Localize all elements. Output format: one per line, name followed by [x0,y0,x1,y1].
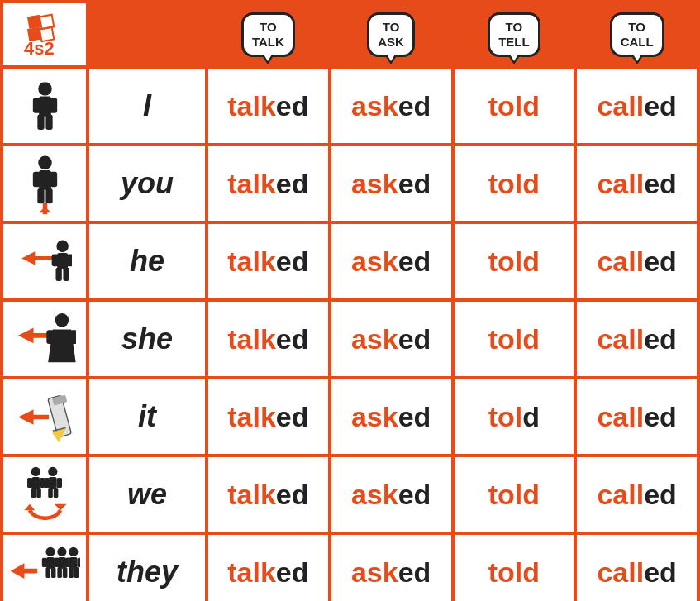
svg-rect-69 [69,567,74,578]
svg-rect-18 [42,203,47,214]
verb-she-call: called [577,302,697,376]
svg-rect-10 [45,114,52,129]
to-tell-label: TOTELL [498,20,530,49]
header-empty [89,3,205,65]
verb-i-tell: told [455,69,574,143]
svg-point-44 [48,467,57,476]
svg-point-38 [31,467,40,476]
verb-i-call: called [577,69,697,143]
icon-you [3,146,86,221]
svg-rect-68 [77,557,80,566]
pronoun-i: I [89,69,205,143]
svg-rect-32 [69,330,76,344]
verb-you-talk: talked [208,146,328,221]
svg-rect-16 [45,188,52,203]
icon-she [3,302,86,376]
svg-rect-21 [57,252,68,269]
pronoun-she: she [89,302,205,376]
svg-rect-42 [31,488,36,498]
svg-rect-66 [69,556,77,568]
to-tell-bubble: TOTELL [488,12,540,57]
pronoun-they: they [89,535,205,601]
svg-point-59 [57,546,66,556]
svg-rect-13 [32,171,40,186]
svg-rect-24 [55,267,61,280]
verb-i-ask: asked [331,69,451,143]
logo-cell: 4s2 [3,3,86,65]
to-call-label: TOCALL [621,20,654,49]
verb-he-ask: asked [331,224,451,298]
svg-marker-50 [54,504,66,510]
svg-point-65 [69,546,78,556]
svg-rect-49 [53,488,58,498]
svg-rect-31 [46,330,54,344]
to-call-bubble: TOCALL [610,12,664,57]
svg-rect-9 [37,114,44,129]
verb-he-tell: told [455,224,574,298]
pronoun-it: it [89,379,205,454]
svg-rect-67 [64,557,70,566]
svg-marker-26 [18,327,49,343]
verb-she-ask: asked [331,302,451,376]
svg-rect-61 [53,557,59,566]
verb-she-talk: talked [208,302,328,376]
verb-you-call: called [577,146,697,221]
svg-point-5 [38,82,52,96]
svg-rect-8 [50,98,57,112]
verb-it-call: called [577,379,697,454]
icon-he [3,224,86,298]
verb-we-ask: asked [331,457,451,532]
svg-rect-36 [51,394,67,405]
verb-it-tell: told [455,379,574,454]
svg-rect-41 [39,478,45,488]
svg-rect-7 [32,98,40,112]
verb-they-call: called [577,535,697,601]
header-to-tell: TOTELL [455,3,574,65]
svg-point-27 [55,312,69,327]
to-ask-label: TOASK [378,20,404,49]
svg-rect-46 [44,478,50,488]
header-to-ask: TOASK [331,3,451,65]
to-ask-bubble: TOASK [367,12,415,57]
svg-marker-52 [10,563,37,579]
header-to-call: TOCALL [577,3,697,65]
to-talk-bubble: TO TALK [241,12,295,57]
icon-they [3,535,86,601]
icon-we [3,457,86,532]
pronoun-you: you [89,146,205,221]
svg-rect-63 [57,567,62,578]
svg-rect-25 [63,267,69,280]
pronoun-we: we [89,457,205,532]
svg-rect-48 [48,488,53,498]
to-talk-label: TO TALK [252,20,284,49]
header-to-talk: TO TALK [208,3,328,65]
verb-you-ask: asked [331,146,451,221]
svg-rect-58 [50,567,55,578]
svg-rect-23 [66,254,72,266]
svg-rect-55 [41,557,47,566]
pronoun-he: he [89,224,205,298]
verb-she-tell: told [455,302,574,376]
verb-you-tell: told [455,146,574,221]
verb-they-tell: told [455,535,574,601]
svg-marker-33 [18,409,49,425]
svg-marker-19 [21,251,55,265]
svg-point-53 [45,546,55,556]
svg-rect-54 [46,556,54,568]
icon-i [3,69,86,143]
svg-point-11 [38,155,52,169]
verb-we-call: called [577,457,697,532]
svg-rect-45 [49,477,56,489]
svg-rect-60 [58,556,65,568]
svg-rect-43 [36,488,41,498]
svg-rect-22 [51,254,58,266]
svg-rect-40 [27,478,33,488]
icon-it [3,379,86,454]
verb-we-tell: told [455,457,574,532]
svg-rect-57 [45,567,50,578]
svg-rect-12 [39,170,51,190]
verb-we-talk: talked [208,457,328,532]
svg-rect-15 [37,188,44,203]
svg-rect-14 [50,171,57,186]
svg-marker-51 [24,504,35,510]
